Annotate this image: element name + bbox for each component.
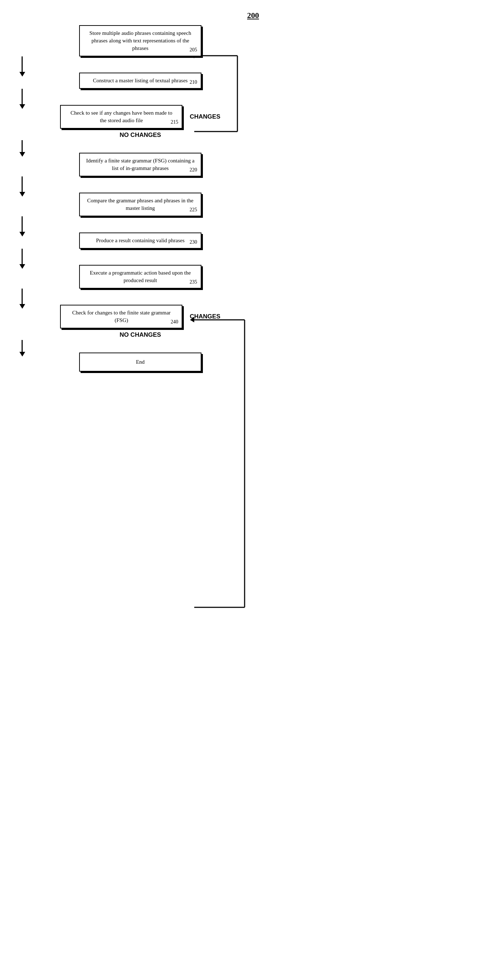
flowchart: Store multiple audio phrases containing … <box>22 25 259 372</box>
box-210-text: Construct a master listing of textual ph… <box>93 78 187 83</box>
arrow-205-210 <box>22 56 23 73</box>
page-container: 200 Store multiple audio phrases contain… <box>0 0 281 386</box>
box-205: Store multiple audio phrases containing … <box>79 25 201 56</box>
step-215: Check to see if any changes have been ma… <box>22 105 259 129</box>
diagram-number: 200 <box>247 11 259 20</box>
box-210-label: 210 <box>190 79 197 86</box>
box-end-text: End <box>136 359 145 365</box>
box-215: Check to see if any changes have been ma… <box>60 105 182 129</box>
box-225: Compare the grammar phrases and phrases … <box>79 192 201 216</box>
box-235-text: Execute a programmatic action based upon… <box>90 270 191 283</box>
step-235: Execute a programmatic action based upon… <box>22 265 259 289</box>
step-220: Identify a finite state grammar (FSG) co… <box>22 153 259 177</box>
step-230: Produce a result containing valid phrase… <box>22 232 259 249</box>
arrow-235-240 <box>22 289 23 305</box>
box-230: Produce a result containing valid phrase… <box>79 232 201 249</box>
arrow-220-225 <box>22 177 23 192</box>
box-220-label: 220 <box>190 166 197 173</box>
changes-label-2: CHANGES <box>190 313 220 320</box>
box-225-label: 225 <box>190 206 197 213</box>
box-240: Check for changes to the finite state gr… <box>60 305 182 328</box>
arrow-210-215 <box>22 89 23 105</box>
arrow-230-235 <box>22 249 23 265</box>
step-210: Construct a master listing of textual ph… <box>22 73 259 89</box>
box-220-text: Identify a finite state grammar (FSG) co… <box>86 158 194 171</box>
box-240-text: Check for changes to the finite state gr… <box>72 310 171 323</box>
box-215-label: 215 <box>171 119 178 126</box>
box-240-label: 240 <box>171 318 178 326</box>
step-205: Store multiple audio phrases containing … <box>22 25 259 56</box>
arrow-215-220 <box>22 140 23 153</box>
box-205-label: 205 <box>190 46 197 54</box>
box-230-text: Produce a result containing valid phrase… <box>96 237 185 243</box>
box-end: End <box>79 353 201 372</box>
step-240: Check for changes to the finite state gr… <box>22 305 259 328</box>
no-changes-label-2: NO CHANGES <box>22 331 259 339</box>
box-225-text: Compare the grammar phrases and phrases … <box>87 198 193 211</box>
step-end: End <box>22 353 259 372</box>
arrow-225-230 <box>22 216 23 232</box>
changes-label-1: CHANGES <box>190 113 220 120</box>
box-220: Identify a finite state grammar (FSG) co… <box>79 153 201 177</box>
box-210: Construct a master listing of textual ph… <box>79 73 201 89</box>
box-235: Execute a programmatic action based upon… <box>79 265 201 289</box>
step-225: Compare the grammar phrases and phrases … <box>22 192 259 216</box>
no-changes-label-1: NO CHANGES <box>22 132 259 139</box>
box-230-label: 230 <box>190 239 197 246</box>
box-205-text: Store multiple audio phrases containing … <box>89 30 192 51</box>
box-235-label: 235 <box>190 278 197 286</box>
arrow-240-end <box>22 340 23 353</box>
box-215-text: Check to see if any changes have been ma… <box>70 110 172 123</box>
